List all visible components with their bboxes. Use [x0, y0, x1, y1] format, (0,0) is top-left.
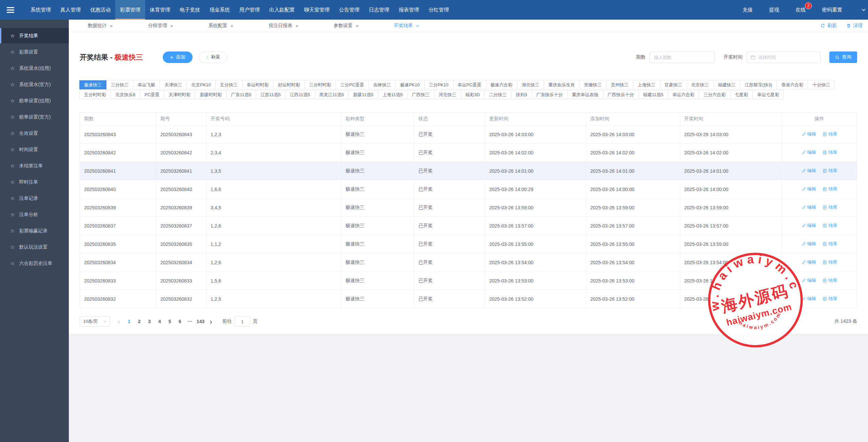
- settle-button[interactable]: 结算: [823, 223, 837, 229]
- lottery-filter-tag[interactable]: 广西快三: [407, 90, 434, 99]
- sidebar-item[interactable]: ☆ 系统退水(官方): [0, 77, 69, 92]
- navbar-item[interactable]: 用户管理: [235, 0, 264, 20]
- close-icon[interactable]: ×: [416, 23, 419, 29]
- lottery-filter-tag[interactable]: 广东快乐十分: [532, 90, 568, 99]
- settle-button[interactable]: 结算: [823, 296, 837, 302]
- goto-page-input[interactable]: [235, 316, 250, 327]
- recollect-button[interactable]: ☝ 补采: [199, 51, 227, 63]
- lottery-filter-tag[interactable]: 排列3: [511, 90, 532, 99]
- page-size-select[interactable]: 10条/页: [80, 316, 110, 327]
- navbar-right-item[interactable]: 充值: [734, 0, 761, 20]
- sidebar-item[interactable]: ☆ 注单记录: [0, 191, 69, 206]
- lottery-filter-tag[interactable]: 幸运飞艇: [133, 80, 160, 89]
- edit-button[interactable]: 编辑: [802, 204, 816, 210]
- settle-button[interactable]: 结算: [823, 149, 837, 155]
- lottery-filter-tag[interactable]: 幸运七星彩: [752, 90, 784, 99]
- edit-button[interactable]: 编辑: [802, 186, 816, 192]
- lottery-filter-tag[interactable]: 天津快三: [160, 80, 187, 89]
- sidebar-item[interactable]: ☆ 时间设置: [0, 142, 69, 157]
- page-number[interactable]: 5: [165, 319, 175, 324]
- lottery-filter-tag[interactable]: 三分快三: [106, 80, 133, 89]
- tab[interactable]: 参数设置 ×: [334, 23, 359, 29]
- draw-time-input[interactable]: [758, 55, 817, 60]
- lottery-filter-tag[interactable]: 福建快三: [713, 80, 741, 89]
- lottery-filter-tag[interactable]: 二分快三: [484, 90, 511, 99]
- lottery-filter-tag[interactable]: 甘肃快三: [660, 80, 687, 89]
- sidebar-item[interactable]: ☆ 注单分析: [0, 207, 69, 222]
- edit-button[interactable]: 编辑: [802, 223, 816, 229]
- add-button[interactable]: 添加: [163, 51, 193, 63]
- chevron-down-icon[interactable]: [859, 0, 868, 20]
- navbar-item[interactable]: 报表管理: [394, 0, 424, 20]
- prev-page-button[interactable]: ‹: [118, 318, 120, 325]
- hamburger-menu-icon[interactable]: [0, 0, 20, 20]
- edit-button[interactable]: 编辑: [802, 241, 816, 247]
- lottery-filter-tag[interactable]: 香港六合彩: [776, 80, 808, 89]
- lottery-filter-tag[interactable]: 极速六合彩: [486, 80, 517, 89]
- lottery-filter-tag[interactable]: 湖北快三: [517, 80, 544, 89]
- settle-button[interactable]: 结算: [823, 168, 837, 174]
- tab[interactable]: 数据统计 ×: [88, 23, 113, 29]
- lottery-filter-tag[interactable]: 上海11选5: [378, 90, 408, 99]
- settle-button[interactable]: 结算: [823, 204, 837, 210]
- sidebar-item[interactable]: ☆ 彩票设置: [0, 44, 69, 60]
- close-icon[interactable]: ×: [110, 23, 113, 29]
- lottery-filter-tag[interactable]: 福彩3D: [461, 90, 485, 99]
- draw-time-picker[interactable]: [747, 51, 821, 63]
- lottery-filter-tag[interactable]: 重庆欢乐生肖: [544, 80, 580, 89]
- close-icon[interactable]: ×: [295, 23, 298, 29]
- lottery-filter-tag[interactable]: 极速PK10: [395, 80, 425, 89]
- refresh-button[interactable]: 刷新: [821, 23, 837, 29]
- navbar-item[interactable]: 日志管理: [364, 0, 394, 20]
- lottery-filter-tag[interactable]: 上海快三: [633, 80, 660, 89]
- lottery-filter-tag[interactable]: 三分PC蛋蛋: [336, 80, 369, 89]
- close-icon[interactable]: ×: [356, 23, 359, 29]
- navbar-item[interactable]: 分红管理: [424, 0, 454, 20]
- navbar-right-item[interactable]: 提现: [761, 0, 787, 20]
- lottery-filter-tag[interactable]: 北京快乐8: [111, 90, 140, 99]
- lottery-filter-tag[interactable]: 五分快三: [215, 80, 242, 89]
- lottery-filter-tag[interactable]: 广西快乐十分: [603, 90, 639, 99]
- edit-button[interactable]: 编辑: [802, 149, 816, 155]
- close-icon[interactable]: ×: [170, 23, 173, 29]
- settle-button[interactable]: 结算: [823, 131, 837, 137]
- lottery-filter-tag[interactable]: 安徽快三: [579, 80, 607, 89]
- lottery-filter-tag[interactable]: 极速快三: [79, 80, 106, 89]
- sidebar-item[interactable]: ☆ 开奖结果: [0, 28, 69, 43]
- sidebar-item[interactable]: ☆ 彩票输赢记录: [0, 223, 69, 238]
- sidebar-item[interactable]: ☆ 赔率设置(信用): [0, 93, 69, 108]
- query-button[interactable]: 查询: [829, 51, 857, 63]
- page-number[interactable]: ···: [185, 319, 195, 324]
- lottery-filter-tag[interactable]: 新疆11选5: [348, 90, 378, 99]
- settle-button[interactable]: 结算: [823, 259, 837, 265]
- page-number[interactable]: 6: [175, 319, 185, 324]
- tab[interactable]: 投注日报表 ×: [269, 23, 298, 29]
- lottery-filter-tag[interactable]: 江苏骰宝(快3): [740, 80, 777, 89]
- edit-button[interactable]: 编辑: [802, 259, 816, 265]
- clear-button[interactable]: 清理: [846, 23, 863, 29]
- lottery-filter-tag[interactable]: 三分时时彩: [304, 80, 336, 89]
- lottery-filter-tag[interactable]: 三分PK10: [424, 80, 453, 89]
- lottery-filter-tag[interactable]: 幸运时时彩: [242, 80, 274, 89]
- tab[interactable]: 系统配置 ×: [209, 23, 234, 29]
- lottery-filter-tag[interactable]: 新疆时时彩: [195, 90, 226, 99]
- sidebar-item[interactable]: ☆ 生肖设置: [0, 126, 69, 141]
- settle-button[interactable]: 结算: [823, 186, 837, 192]
- lottery-filter-tag[interactable]: 七星彩: [730, 90, 753, 99]
- page-number[interactable]: 143: [195, 319, 206, 324]
- navbar-item[interactable]: 彩票管理: [115, 0, 145, 20]
- lottery-filter-tag[interactable]: 江苏11选5: [256, 90, 285, 99]
- navbar-item[interactable]: 公告管理: [334, 0, 364, 20]
- sidebar-item[interactable]: ☆ 默认玩法设置: [0, 239, 69, 255]
- navbar-item[interactable]: 现金系统: [205, 0, 235, 20]
- close-icon[interactable]: ×: [231, 23, 234, 29]
- navbar-item[interactable]: 优惠活动: [85, 0, 115, 20]
- navbar-right-item[interactable]: 在线 2: [787, 0, 814, 20]
- sidebar-item[interactable]: ☆ 赔率设置(官方): [0, 109, 69, 125]
- page-number[interactable]: 1: [124, 319, 134, 324]
- settle-button[interactable]: 结算: [823, 277, 837, 283]
- next-page-button[interactable]: ›: [210, 318, 212, 325]
- lottery-filter-tag[interactable]: 广东11选5: [226, 90, 256, 99]
- page-number[interactable]: 2: [134, 319, 144, 324]
- lottery-filter-tag[interactable]: 幸运PC蛋蛋: [453, 80, 486, 89]
